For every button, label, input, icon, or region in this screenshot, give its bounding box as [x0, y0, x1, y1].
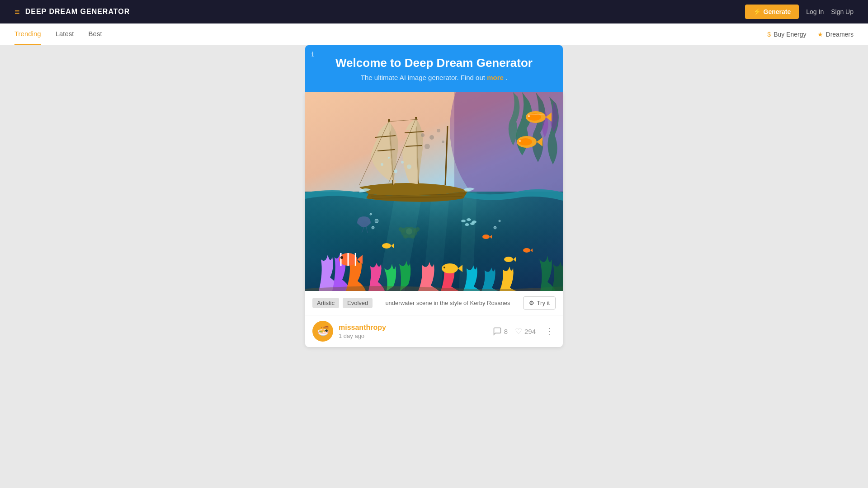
svg-point-76 — [494, 226, 496, 229]
image-description: underwater scene in the style of Kerby R… — [376, 300, 519, 306]
svg-point-42 — [519, 140, 521, 142]
image-card: Artistic Evolved underwater scene in the… — [305, 92, 563, 347]
svg-point-52 — [382, 243, 391, 249]
svg-point-74 — [375, 219, 378, 223]
svg-point-24 — [381, 163, 383, 166]
svg-point-71 — [403, 235, 408, 239]
signup-link[interactable]: Sign Up — [831, 8, 854, 15]
content-area: ℹ Welcome to Deep Dream Generator The ul… — [305, 45, 563, 347]
svg-point-73 — [372, 226, 374, 229]
svg-point-56 — [504, 257, 513, 262]
generate-button[interactable]: ⚡ Generate — [745, 5, 799, 19]
tag-evolved[interactable]: Evolved — [343, 298, 373, 308]
subtitle-text: The ultimate AI image generator. Find ou… — [361, 74, 487, 81]
nav-best[interactable]: Best — [89, 23, 102, 45]
comment-button[interactable]: 8 — [493, 327, 508, 336]
svg-point-26 — [429, 135, 434, 140]
svg-point-70 — [410, 235, 415, 239]
svg-point-25 — [388, 157, 390, 159]
star-icon: ★ — [817, 31, 823, 38]
nav-left: Trending Latest Best — [14, 23, 102, 45]
avatar[interactable]: 🍜 — [312, 321, 333, 342]
try-it-label: Try it — [537, 300, 550, 306]
svg-point-40 — [519, 138, 532, 145]
header-left: ≡ DEEP DREAM GENERATOR — [14, 7, 130, 17]
nav-latest[interactable]: Latest — [56, 23, 74, 45]
more-link[interactable]: more — [487, 74, 504, 81]
svg-point-38 — [528, 115, 530, 117]
svg-point-48 — [340, 256, 343, 259]
svg-point-61 — [467, 218, 471, 221]
buy-energy-label: Buy Energy — [774, 31, 806, 38]
svg-point-54 — [482, 235, 490, 239]
comment-icon — [493, 327, 502, 336]
subtitle-end: . — [505, 74, 507, 81]
svg-point-75 — [370, 213, 372, 215]
svg-point-28 — [442, 141, 444, 143]
svg-point-60 — [461, 220, 466, 222]
svg-point-49 — [442, 263, 458, 273]
nav-right: $ Buy Energy ★ Dreamers — [767, 31, 854, 38]
svg-point-29 — [425, 144, 430, 149]
svg-rect-2 — [454, 92, 563, 201]
svg-point-30 — [421, 133, 425, 137]
welcome-subtitle: The ultimate AI image generator. Find ou… — [320, 74, 548, 81]
svg-point-27 — [437, 129, 440, 132]
generate-label: Generate — [764, 8, 791, 15]
tag-artistic[interactable]: Artistic — [312, 298, 339, 308]
like-count: 294 — [524, 328, 536, 335]
svg-point-64 — [470, 222, 475, 225]
settings-icon: ⚙ — [529, 300, 534, 306]
svg-point-23 — [407, 164, 411, 169]
svg-point-21 — [394, 169, 397, 173]
logo-icon: ≡ — [14, 7, 20, 17]
author-row: 🍜 missanthropy 1 day ago 8 ♡ 294 — [305, 315, 563, 347]
interaction-row: 8 ♡ 294 ⋮ — [493, 324, 556, 338]
header-right: ⚡ Generate Log In Sign Up — [745, 5, 854, 19]
bolt-icon: ⚡ — [753, 8, 761, 15]
welcome-title: Welcome to Deep Dream Generator — [320, 56, 548, 70]
svg-point-77 — [499, 220, 500, 222]
heart-icon: ♡ — [515, 326, 522, 336]
comment-count: 8 — [504, 328, 508, 335]
buy-energy-link[interactable]: $ Buy Energy — [767, 31, 806, 38]
main-image[interactable] — [305, 92, 563, 291]
like-button[interactable]: ♡ 294 — [515, 326, 536, 336]
svg-point-72 — [406, 228, 412, 235]
svg-point-58 — [523, 248, 530, 253]
svg-point-22 — [401, 161, 404, 164]
nav-trending[interactable]: Trending — [14, 23, 41, 45]
try-it-button[interactable]: ⚙ Try it — [523, 296, 556, 310]
dreamers-label: Dreamers — [826, 31, 854, 38]
more-options-button[interactable]: ⋮ — [543, 324, 556, 338]
login-link[interactable]: Log In — [806, 8, 824, 15]
nav-bar: Trending Latest Best $ Buy Energy ★ Drea… — [0, 23, 868, 45]
author-name[interactable]: missanthropy — [339, 324, 487, 332]
svg-point-51 — [443, 267, 445, 268]
info-icon: ℹ — [311, 51, 314, 58]
author-info: missanthropy 1 day ago — [339, 324, 487, 339]
logo-text: DEEP DREAM GENERATOR — [25, 8, 130, 16]
main-content: ℹ Welcome to Deep Dream Generator The ul… — [0, 0, 868, 347]
dreamers-link[interactable]: ★ Dreamers — [817, 31, 854, 38]
header: ≡ DEEP DREAM GENERATOR ⚡ Generate Log In… — [0, 0, 868, 23]
energy-icon: $ — [767, 31, 771, 38]
author-time: 1 day ago — [339, 333, 487, 339]
tags-row: Artistic Evolved underwater scene in the… — [305, 291, 563, 315]
welcome-banner: ℹ Welcome to Deep Dream Generator The ul… — [305, 45, 563, 92]
svg-point-63 — [465, 223, 469, 226]
